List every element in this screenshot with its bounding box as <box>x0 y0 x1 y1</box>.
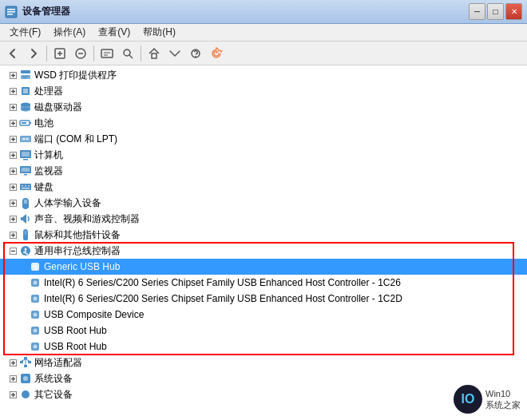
device-icon-network <box>19 356 32 369</box>
tree-item-usb-root-hub-2[interactable]: USB Root Hub <box>0 339 527 355</box>
expand-icon-port[interactable] <box>6 133 19 145</box>
item-label-monitor: 监视器 <box>34 164 63 178</box>
expand-icon-monitor[interactable] <box>6 164 19 177</box>
tree-item-usb-intel-1c26[interactable]: Intel(R) 6 Series/C200 Series Chipset Fa… <box>0 275 527 291</box>
forward-button[interactable] <box>24 44 43 63</box>
tree-item-battery[interactable]: 电池 <box>0 115 527 131</box>
device-icon-usb-intel-1c2d <box>29 292 42 305</box>
tree-item-usb-root[interactable]: 通用串行总线控制器 <box>0 243 527 259</box>
tree-item-network[interactable]: 网络适配器 <box>0 355 527 370</box>
menu-file[interactable]: 文件(F) <box>3 24 47 41</box>
device-icon-keyboard <box>19 180 32 193</box>
toolbar-sep-2 <box>93 46 94 61</box>
tree-item-system[interactable]: 系统设备 <box>0 370 527 386</box>
svg-line-107 <box>26 359 30 361</box>
svg-point-92 <box>34 297 38 301</box>
minimize-button[interactable]: ─ <box>469 3 485 20</box>
expand-icon-usb-intel-1c26[interactable] <box>22 276 29 289</box>
toolbar-btn-3[interactable] <box>97 44 117 63</box>
toolbar-btn-6[interactable] <box>165 44 184 63</box>
tree-item-usb-generic-hub[interactable]: Generic USB Hub <box>0 259 527 275</box>
device-tree[interactable]: WSD 打印提供程序处理器磁盘驱动器电池端口 (COM 和 LPT)计算机监视器… <box>0 65 527 404</box>
expand-icon-usb-composite[interactable] <box>22 308 29 321</box>
expand-icon-usb-generic-hub[interactable] <box>22 260 29 273</box>
menu-view[interactable]: 查看(V) <box>92 24 137 41</box>
toolbar-sep-1 <box>46 46 47 61</box>
toolbar-btn-2[interactable] <box>71 44 90 63</box>
toolbar-btn-1[interactable] <box>50 44 69 63</box>
tree-item-keyboard[interactable]: 键盘 <box>0 179 527 195</box>
expand-icon-sound[interactable] <box>6 212 19 225</box>
svg-point-98 <box>34 345 38 349</box>
expand-icon-disk[interactable] <box>6 101 19 113</box>
svg-rect-3 <box>7 14 13 15</box>
svg-rect-2 <box>7 11 15 13</box>
tree-item-computer[interactable]: 计算机 <box>0 147 527 163</box>
tree-item-other[interactable]: 其它设备 <box>0 386 527 402</box>
expand-icon-keyboard[interactable] <box>6 180 19 193</box>
toolbar-btn-7[interactable] <box>186 44 205 63</box>
toolbar-btn-5[interactable] <box>145 44 164 63</box>
menu-help[interactable]: 帮助(H) <box>137 24 182 41</box>
svg-rect-72 <box>24 200 27 204</box>
close-button[interactable]: ✕ <box>505 3 522 20</box>
svg-point-117 <box>22 390 30 398</box>
tree-item-disk[interactable]: 磁盘驱动器 <box>0 99 527 115</box>
svg-point-94 <box>34 313 38 317</box>
expand-icon-battery[interactable] <box>6 117 19 129</box>
toolbar-btn-4[interactable] <box>118 44 137 63</box>
device-icon-cpu <box>19 85 32 97</box>
tree-item-wsd[interactable]: WSD 打印提供程序 <box>0 67 527 83</box>
tree-item-usb-root-hub-1[interactable]: USB Root Hub <box>0 323 527 339</box>
item-label-disk: 磁盘驱动器 <box>34 101 82 114</box>
svg-rect-68 <box>22 188 30 189</box>
svg-rect-102 <box>24 357 27 359</box>
expand-icon-usb-root-hub-1[interactable] <box>22 324 29 337</box>
tree-item-usb-intel-1c2d[interactable]: Intel(R) 6 Series/C200 Series Chipset Fa… <box>0 291 527 307</box>
expand-icon-other[interactable] <box>6 388 19 401</box>
tree-item-sound[interactable]: 声音、视频和游戏控制器 <box>0 211 527 227</box>
device-icon-other <box>19 388 32 401</box>
watermark-text: Win10 系统之家 <box>485 388 521 411</box>
device-icon-monitor <box>19 164 32 177</box>
item-label-computer: 计算机 <box>34 149 63 162</box>
expand-icon-wsd[interactable] <box>6 69 19 81</box>
watermark-logo: IO <box>454 385 482 414</box>
expand-icon-usb-intel-1c2d[interactable] <box>22 292 29 305</box>
device-icon-mouse <box>19 228 32 241</box>
svg-rect-14 <box>152 53 157 58</box>
watermark-line1: Win10 <box>485 388 521 399</box>
device-icon-usb-generic-hub <box>29 260 42 273</box>
expand-icon-system[interactable] <box>6 372 19 385</box>
tree-item-usb-composite[interactable]: USB Composite Device <box>0 307 527 323</box>
device-icon-sound <box>19 212 32 225</box>
device-icon-hid <box>19 196 32 209</box>
tree-item-cpu[interactable]: 处理器 <box>0 83 527 99</box>
item-label-hid: 人体学输入设备 <box>34 196 101 210</box>
expand-icon-computer[interactable] <box>6 149 19 161</box>
tree-item-monitor[interactable]: 监视器 <box>0 163 527 179</box>
expand-icon-hid[interactable] <box>6 196 19 209</box>
tree-item-port[interactable]: 端口 (COM 和 LPT) <box>0 131 527 147</box>
svg-rect-103 <box>20 361 23 363</box>
svg-rect-22 <box>21 75 30 79</box>
item-label-port: 端口 (COM 和 LPT) <box>34 133 117 146</box>
device-icon-usb-root-hub-2 <box>29 340 42 353</box>
device-icon-battery <box>19 117 32 129</box>
device-icon-usb-root <box>19 244 32 257</box>
back-button[interactable] <box>3 44 22 63</box>
expand-icon-usb-root[interactable] <box>6 244 19 257</box>
maximize-button[interactable]: □ <box>487 3 504 20</box>
item-label-network: 网络适配器 <box>34 356 82 370</box>
tree-item-mouse[interactable]: 鼠标和其他指针设备 <box>0 227 527 243</box>
device-icon-usb-composite <box>29 308 42 321</box>
svg-point-90 <box>34 281 38 285</box>
expand-icon-usb-root-hub-2[interactable] <box>22 340 29 353</box>
expand-icon-mouse[interactable] <box>6 228 19 241</box>
toolbar-btn-refresh[interactable] <box>207 44 226 63</box>
expand-icon-cpu[interactable] <box>6 85 19 97</box>
menu-action[interactable]: 操作(A) <box>47 24 92 41</box>
tree-item-hid[interactable]: 人体学输入设备 <box>0 195 527 211</box>
device-icon-port <box>19 133 32 145</box>
expand-icon-network[interactable] <box>6 356 19 369</box>
